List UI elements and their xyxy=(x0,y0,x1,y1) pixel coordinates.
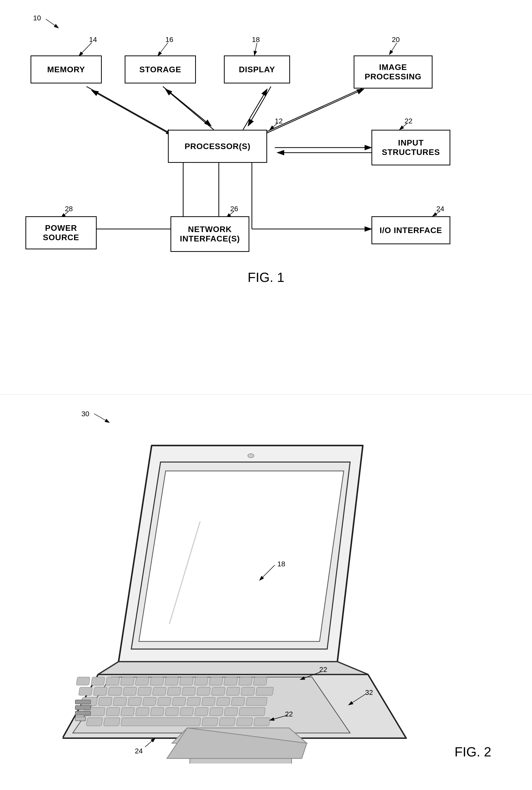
svg-rect-75 xyxy=(209,708,223,716)
svg-rect-29 xyxy=(76,677,90,685)
fig2-diagram: 30 xyxy=(0,394,532,790)
svg-rect-74 xyxy=(194,708,208,716)
svg-rect-64 xyxy=(216,697,230,706)
svg-rect-53 xyxy=(241,687,254,695)
fig2-label: FIG. 2 xyxy=(455,744,491,759)
svg-rect-62 xyxy=(187,697,201,706)
image-processing-box: IMAGE PROCESSING xyxy=(354,56,433,89)
svg-line-20 xyxy=(254,43,257,56)
svg-line-7 xyxy=(243,89,267,130)
ref-32-fig2: 32 xyxy=(365,689,373,697)
svg-rect-80 xyxy=(121,718,201,726)
ref-24: 24 xyxy=(436,205,444,213)
svg-rect-63 xyxy=(202,697,215,706)
svg-rect-73 xyxy=(179,708,193,716)
ref-14: 14 xyxy=(89,36,97,44)
svg-rect-37 xyxy=(194,677,208,685)
network-interface-box: NETWORK INTERFACE(S) xyxy=(170,216,249,252)
ref-22-fig2-trackpad: 22 xyxy=(285,710,293,718)
svg-rect-39 xyxy=(224,677,238,685)
svg-rect-42 xyxy=(78,687,92,695)
svg-rect-32 xyxy=(120,677,134,685)
svg-rect-35 xyxy=(165,677,178,685)
svg-rect-68 xyxy=(106,708,119,716)
svg-rect-47 xyxy=(152,687,166,695)
svg-rect-66 xyxy=(246,697,267,706)
svg-rect-61 xyxy=(172,697,186,706)
svg-rect-43 xyxy=(93,687,107,695)
ref-16: 16 xyxy=(165,36,173,44)
svg-rect-54 xyxy=(255,687,273,695)
ref-28: 28 xyxy=(65,205,73,213)
svg-line-5 xyxy=(165,89,214,130)
svg-rect-65 xyxy=(231,697,245,706)
svg-line-19 xyxy=(158,43,168,56)
storage-box: STORAGE xyxy=(125,56,196,83)
processor-box: PROCESSOR(S) xyxy=(168,130,267,163)
ref-30-fig2: 30 xyxy=(81,410,89,418)
ref-10: 10 xyxy=(33,14,41,22)
svg-rect-84 xyxy=(254,718,270,726)
ref-18-fig2: 18 xyxy=(277,560,285,568)
svg-rect-50 xyxy=(196,687,210,695)
svg-rect-78 xyxy=(86,718,102,726)
laptop-illustration xyxy=(62,420,470,764)
svg-rect-59 xyxy=(142,697,156,706)
svg-rect-41 xyxy=(253,677,267,685)
svg-rect-36 xyxy=(179,677,193,685)
svg-rect-34 xyxy=(150,677,164,685)
svg-rect-49 xyxy=(182,687,195,695)
svg-point-28 xyxy=(248,454,254,458)
svg-rect-45 xyxy=(122,687,136,695)
ref-20: 20 xyxy=(392,36,400,44)
power-source-box: POWER SOURCE xyxy=(25,216,97,249)
svg-rect-38 xyxy=(209,677,223,685)
svg-rect-60 xyxy=(157,697,171,706)
svg-rect-81 xyxy=(202,718,218,726)
svg-line-4 xyxy=(87,86,173,135)
svg-rect-40 xyxy=(239,677,252,685)
svg-rect-30 xyxy=(91,677,104,685)
svg-rect-58 xyxy=(128,697,141,706)
svg-line-18 xyxy=(79,43,92,56)
svg-rect-72 xyxy=(165,708,178,716)
svg-line-8 xyxy=(248,86,271,126)
svg-rect-44 xyxy=(108,687,121,695)
svg-line-2 xyxy=(46,19,58,28)
svg-rect-76 xyxy=(224,708,238,716)
ref-22-fig2-keyboard: 22 xyxy=(319,666,327,674)
svg-line-3 xyxy=(92,90,178,139)
svg-rect-56 xyxy=(98,697,112,706)
svg-rect-70 xyxy=(135,708,149,716)
io-interface-box: I/O INTERFACE xyxy=(372,216,450,244)
svg-rect-51 xyxy=(211,687,225,695)
ref-22: 22 xyxy=(404,117,413,125)
ref-24-fig2: 24 xyxy=(135,747,143,755)
ref-26: 26 xyxy=(230,205,238,213)
svg-rect-52 xyxy=(226,687,240,695)
svg-rect-77 xyxy=(239,708,265,716)
fig1-diagram: 10 xyxy=(0,0,532,394)
svg-rect-83 xyxy=(236,718,253,726)
svg-rect-46 xyxy=(137,687,151,695)
svg-rect-33 xyxy=(135,677,149,685)
svg-rect-57 xyxy=(113,697,127,706)
svg-rect-48 xyxy=(167,687,180,695)
svg-rect-88 xyxy=(75,711,91,715)
svg-rect-79 xyxy=(103,718,120,726)
svg-line-6 xyxy=(163,86,211,126)
svg-rect-89 xyxy=(75,717,86,721)
ref-18: 18 xyxy=(252,36,260,44)
svg-line-21 xyxy=(389,43,397,55)
ref-12: 12 xyxy=(275,117,283,125)
svg-line-9 xyxy=(254,89,364,139)
svg-rect-86 xyxy=(75,700,91,704)
memory-box: MEMORY xyxy=(31,56,102,83)
svg-rect-69 xyxy=(120,708,134,716)
svg-rect-71 xyxy=(150,708,164,716)
svg-line-10 xyxy=(260,86,366,135)
fig1-label: FIG. 1 xyxy=(248,270,284,285)
svg-rect-31 xyxy=(106,677,119,685)
svg-rect-82 xyxy=(219,718,235,726)
input-structures-box: INPUT STRUCTURES xyxy=(372,130,450,166)
